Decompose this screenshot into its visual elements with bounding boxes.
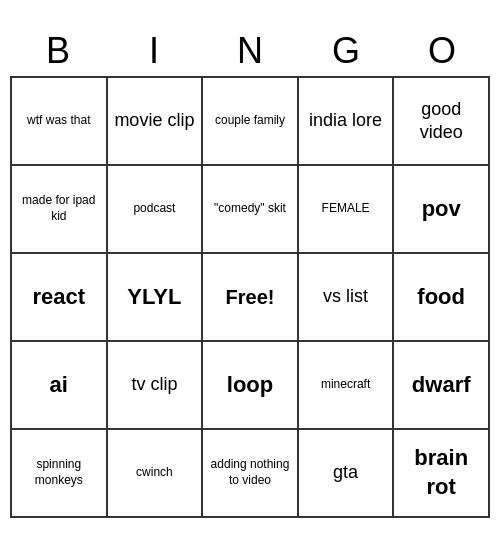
bingo-cell-6[interactable]: podcast [108, 166, 204, 254]
bingo-cell-21[interactable]: cwinch [108, 430, 204, 518]
bingo-cell-text-5: made for ipad kid [16, 193, 102, 224]
bingo-cell-text-21: cwinch [136, 465, 173, 481]
bingo-cell-text-16: tv clip [131, 373, 177, 396]
bingo-cell-text-4: good video [398, 98, 484, 145]
bingo-cell-15[interactable]: ai [12, 342, 108, 430]
bingo-cell-24[interactable]: brain rot [394, 430, 490, 518]
bingo-cell-text-10: react [33, 283, 86, 312]
header-letter-g: G [298, 26, 394, 76]
bingo-cell-text-24: brain rot [398, 444, 484, 501]
bingo-cell-text-2: couple family [215, 113, 285, 129]
bingo-cell-2[interactable]: couple family [203, 78, 299, 166]
bingo-cell-23[interactable]: gta [299, 430, 395, 518]
bingo-cell-text-6: podcast [133, 201, 175, 217]
bingo-cell-4[interactable]: good video [394, 78, 490, 166]
bingo-cell-text-19: dwarf [412, 371, 471, 400]
bingo-cell-text-11: YLYL [127, 283, 181, 312]
bingo-cell-text-22: adding nothing to video [207, 457, 293, 488]
bingo-cell-text-3: india lore [309, 109, 382, 132]
bingo-cell-12[interactable]: Free! [203, 254, 299, 342]
bingo-cell-16[interactable]: tv clip [108, 342, 204, 430]
bingo-cell-text-15: ai [50, 371, 68, 400]
bingo-cell-text-18: minecraft [321, 377, 370, 393]
bingo-grid: wtf was thatmovie clipcouple familyindia… [10, 76, 490, 518]
bingo-cell-text-12: Free! [226, 284, 275, 310]
bingo-cell-text-20: spinning monkeys [16, 457, 102, 488]
bingo-cell-text-23: gta [333, 461, 358, 484]
bingo-cell-22[interactable]: adding nothing to video [203, 430, 299, 518]
bingo-cell-14[interactable]: food [394, 254, 490, 342]
bingo-cell-7[interactable]: "comedy" skit [203, 166, 299, 254]
bingo-cell-text-14: food [417, 283, 465, 312]
bingo-card: BINGO wtf was thatmovie clipcouple famil… [10, 26, 490, 518]
bingo-cell-18[interactable]: minecraft [299, 342, 395, 430]
bingo-cell-0[interactable]: wtf was that [12, 78, 108, 166]
bingo-header: BINGO [10, 26, 490, 76]
bingo-cell-text-13: vs list [323, 285, 368, 308]
bingo-cell-3[interactable]: india lore [299, 78, 395, 166]
bingo-cell-13[interactable]: vs list [299, 254, 395, 342]
bingo-cell-text-9: pov [422, 195, 461, 224]
bingo-cell-20[interactable]: spinning monkeys [12, 430, 108, 518]
bingo-cell-text-1: movie clip [114, 109, 194, 132]
bingo-cell-19[interactable]: dwarf [394, 342, 490, 430]
bingo-cell-text-17: loop [227, 371, 273, 400]
bingo-cell-17[interactable]: loop [203, 342, 299, 430]
header-letter-b: B [10, 26, 106, 76]
bingo-cell-text-8: FEMALE [322, 201, 370, 217]
header-letter-o: O [394, 26, 490, 76]
bingo-cell-1[interactable]: movie clip [108, 78, 204, 166]
bingo-cell-11[interactable]: YLYL [108, 254, 204, 342]
bingo-cell-5[interactable]: made for ipad kid [12, 166, 108, 254]
header-letter-i: I [106, 26, 202, 76]
bingo-cell-8[interactable]: FEMALE [299, 166, 395, 254]
header-letter-n: N [202, 26, 298, 76]
bingo-cell-9[interactable]: pov [394, 166, 490, 254]
bingo-cell-text-0: wtf was that [27, 113, 90, 129]
bingo-cell-10[interactable]: react [12, 254, 108, 342]
bingo-cell-text-7: "comedy" skit [214, 201, 286, 217]
